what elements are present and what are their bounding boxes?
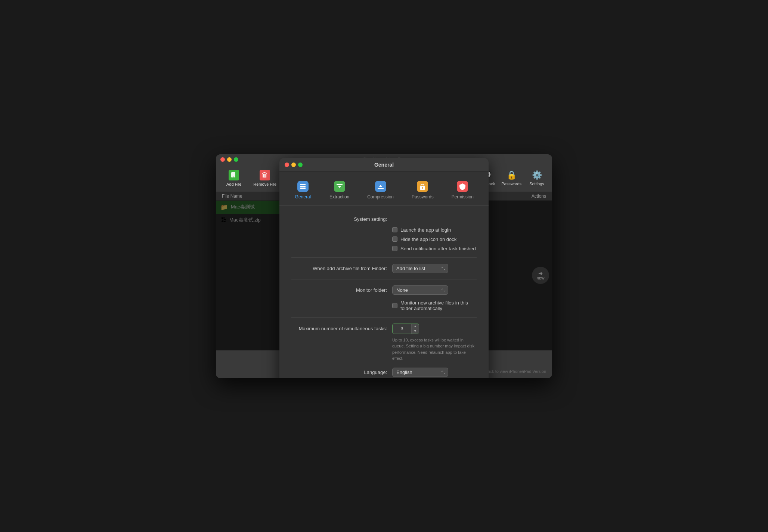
modal-body: System setting: Launch the app at login … [279,209,489,378]
tab-permission[interactable]: Permission [447,178,478,202]
add-file-select-wrapper: Add file to list [392,264,448,273]
compression-tab-icon [375,181,386,192]
monitor-folder-row: Monitor folder: None [291,285,477,295]
monitor-auto-checkbox[interactable] [392,303,397,308]
when-add-row: When add archive file from Finder: Add f… [291,264,477,273]
section-divider-1 [291,257,477,258]
modal-minimize-button[interactable] [291,163,296,167]
launch-at-login-checkbox[interactable] [392,227,397,232]
send-notification-label: Send notification after task finished [400,246,476,251]
general-modal: General [279,158,489,378]
settings-button[interactable]: ⚙️ Settings [527,170,546,186]
tab-extraction-label: Extraction [329,194,349,200]
max-tasks-stepper: ▲ ▼ [411,324,419,334]
main-content: 📁 Mac毒测试 🗜 Mac毒测试.zip ➜ NEW [216,201,552,350]
svg-rect-10 [304,188,306,189]
when-add-control: Add file to list [392,264,448,273]
svg-rect-9 [302,188,304,189]
traffic-lights [220,157,238,162]
section-divider-2 [291,279,477,279]
tab-passwords-label: Passwords [412,194,434,200]
language-control: English [392,368,448,377]
system-setting-row: System setting: [291,216,477,222]
passwords-button[interactable]: 🔒 Passwords [501,170,521,186]
remove-file-button[interactable]: 🗑 Remove File [249,168,281,189]
launch-at-login-label: Launch the app at login [400,227,451,233]
modal-maximize-button[interactable] [298,163,303,167]
add-file-label: Add File [226,182,241,186]
permission-tab-icon [457,181,468,192]
modal-titlebar: General [279,158,489,172]
svg-rect-3 [302,184,304,185]
tab-compression[interactable]: Compression [363,178,398,202]
language-label: Language: [291,369,392,375]
max-tasks-hint: Up to 10, excess tasks will be waited in… [392,337,477,362]
stepper-up-button[interactable]: ▲ [412,324,419,329]
language-row: Language: English [291,368,477,377]
monitor-folder-select[interactable]: None [392,285,448,295]
remove-file-icon: 🗑 [260,170,270,180]
svg-rect-8 [300,188,302,189]
tab-divider [279,205,489,206]
max-tasks-input[interactable] [393,324,411,333]
tab-extraction[interactable]: Extraction [325,178,354,202]
ipad-link[interactable]: Click to view iPhone/iPad Version [485,369,546,374]
add-file-icon: + [229,170,239,180]
max-tasks-row: Maximum number of simultaneous tasks: ▲ … [291,324,477,334]
app-window: Oka Unarchiver Pro + Add File 🗑 Remove F… [216,154,552,378]
when-add-label: When add archive file from Finder: [291,266,392,271]
tab-permission-label: Permission [452,194,474,200]
system-setting-label: System setting: [291,216,392,222]
language-select[interactable]: English [392,368,448,377]
stepper-down-button[interactable]: ▼ [412,329,419,334]
monitor-folder-label: Monitor folder: [291,287,392,293]
passwords-label: Passwords [501,182,521,186]
section-divider-3 [291,317,477,318]
remove-file-label: Remove File [253,182,276,186]
modal-tabs: General Extraction [279,172,489,202]
svg-rect-12 [378,188,384,189]
passwords-tab-icon [417,181,428,192]
max-tasks-control: ▲ ▼ [392,324,419,334]
modal-title: General [374,162,394,168]
add-file-button[interactable]: + Add File [222,168,246,189]
modal-close-button[interactable] [285,163,289,167]
svg-point-14 [422,187,423,189]
settings-icon: ⚙️ [532,170,542,180]
svg-rect-4 [304,184,306,185]
svg-rect-6 [302,186,304,187]
monitor-auto-label: Monitor new archive files in this folder… [400,300,477,311]
max-tasks-label: Maximum number of simultaneous tasks: [291,326,392,331]
svg-rect-11 [337,184,343,185]
hide-icon-checkbox[interactable] [392,236,397,242]
svg-rect-2 [300,184,302,185]
extraction-tab-icon [334,181,345,192]
max-tasks-input-wrapper: ▲ ▼ [392,324,419,334]
svg-rect-7 [304,186,306,187]
launch-at-login-row: Launch the app at login [392,227,477,233]
tab-passwords[interactable]: Passwords [407,178,438,202]
tab-compression-label: Compression [367,194,394,200]
general-tab-icon [297,181,309,192]
modal-traffic-lights [285,163,303,167]
header-actions: Actions [509,194,546,199]
maximize-button[interactable] [234,157,238,162]
monitor-folder-select-wrapper: None [392,285,448,295]
send-notification-row: Send notification after task finished [392,246,477,251]
tab-general[interactable]: General [290,178,316,202]
svg-rect-5 [300,186,302,187]
tab-general-label: General [295,194,311,200]
monitor-auto-row: Monitor new archive files in this folder… [392,300,477,311]
modal-overlay: General [216,201,552,350]
svg-text:+: + [233,175,235,179]
passwords-icon: 🔒 [507,170,517,180]
add-file-select[interactable]: Add file to list [392,264,448,273]
close-button[interactable] [220,157,225,162]
minimize-button[interactable] [227,157,232,162]
settings-label: Settings [529,182,544,186]
send-notification-checkbox[interactable] [392,246,397,251]
hide-icon-row: Hide the app icon on dock [392,236,477,242]
language-select-wrapper: English [392,368,448,377]
monitor-folder-control: None [392,285,448,295]
hide-icon-label: Hide the app icon on dock [400,236,456,242]
